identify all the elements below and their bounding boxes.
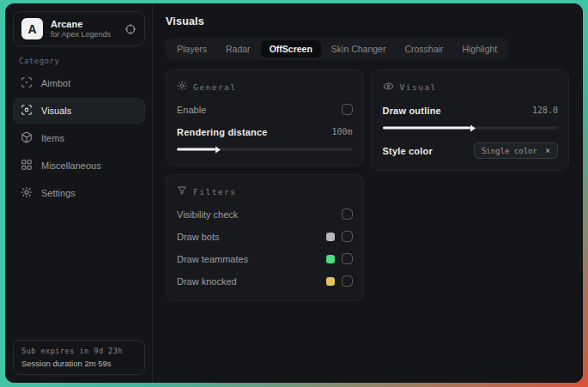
panels-grid: General Enable Rendering distance 100m [166, 70, 569, 301]
slider-fill [383, 127, 470, 130]
layout-grid-icon [21, 159, 33, 172]
draw-teammates-label: Draw teammates [177, 254, 248, 264]
eye-scan-icon [21, 104, 33, 118]
draw-bots-label: Draw bots [177, 232, 220, 242]
rendering-distance-row: Rendering distance 100m [177, 123, 353, 141]
style-color-row: Style color Single color × [383, 142, 559, 160]
slider-fill [177, 148, 215, 151]
sun-gear-icon [177, 81, 187, 93]
sidebar-item-settings[interactable]: Settings [13, 180, 145, 206]
visuals-tab-bar: Players Radar OffScreen Skin Changer Cro… [166, 38, 508, 60]
draw-outline-slider[interactable] [383, 123, 559, 133]
tab-offscreen[interactable]: OffScreen [261, 40, 321, 57]
package-icon [21, 131, 33, 145]
draw-knocked-label: Draw knocked [177, 276, 237, 287]
draw-knocked-checkbox[interactable] [342, 275, 353, 287]
desktop-background: A Arcane for Apex Legends Category [0, 0, 588, 387]
draw-teammates-controls [326, 253, 353, 264]
rendering-distance-label: Rendering distance [177, 127, 268, 137]
draw-outline-value: 128.0 [532, 106, 558, 115]
tab-players[interactable]: Players [168, 40, 215, 57]
general-panel: General Enable Rendering distance 100m [166, 70, 364, 166]
session-duration-text: Session duration 2m 59s [21, 359, 136, 368]
sidebar-item-label: Visuals [41, 106, 71, 116]
app-window: A Arcane for Apex Legends Category [5, 3, 583, 383]
draw-bots-row: Draw bots [177, 227, 353, 245]
category-label: Category [19, 57, 139, 65]
style-color-value: Single color [482, 147, 537, 155]
filters-panel: Filters Visibility check Draw bots [166, 174, 364, 301]
draw-knocked-color-swatch[interactable] [326, 277, 335, 286]
right-column: Visual Draw outline 128.0 Style color [372, 70, 570, 171]
draw-bots-controls [326, 231, 353, 242]
sidebar: A Arcane for Apex Legends Category [6, 4, 153, 382]
page-title: Visuals [166, 15, 569, 27]
draw-teammates-color-swatch[interactable] [326, 255, 335, 263]
crosshair-icon[interactable] [124, 23, 136, 35]
visibility-check-checkbox[interactable] [342, 209, 353, 220]
draw-bots-checkbox[interactable] [342, 231, 353, 242]
visibility-check-label: Visibility check [177, 209, 238, 220]
draw-knocked-row: Draw knocked [177, 272, 353, 290]
sidebar-item-aimbot[interactable]: Aimbot [13, 70, 145, 96]
funnel-icon [177, 185, 187, 197]
draw-outline-label: Draw outline [383, 106, 441, 116]
app-subtitle: for Apex Legends [51, 30, 111, 39]
tab-radar[interactable]: Radar [217, 40, 259, 57]
sidebar-item-label: Miscellaneous [41, 160, 101, 171]
enable-row: Enable [177, 100, 353, 118]
sub-expires-text: Sub expires in 9d 23h [21, 347, 136, 355]
draw-outline-row: Draw outline 128.0 [383, 101, 559, 119]
tab-highlight[interactable]: Highlight [453, 40, 506, 57]
app-logo-card: A Arcane for Apex Legends [13, 11, 145, 46]
visual-panel: Visual Draw outline 128.0 Style color [372, 70, 570, 171]
tab-crosshair[interactable]: Crosshair [396, 40, 452, 57]
app-identity: Arcane for Apex Legends [51, 19, 111, 39]
filters-panel-header: Filters [177, 184, 353, 197]
general-panel-title: General [193, 82, 237, 92]
sidebar-item-label: Settings [41, 188, 76, 198]
app-logo: A [21, 18, 43, 39]
draw-teammates-row: Draw teammates [177, 250, 353, 268]
sidebar-item-miscellaneous[interactable]: Miscellaneous [13, 153, 145, 178]
gear-icon [21, 186, 33, 200]
subscription-info-card: Sub expires in 9d 23h Session duration 2… [13, 340, 145, 375]
draw-teammates-checkbox[interactable] [342, 253, 353, 264]
eye-icon [383, 81, 394, 94]
style-color-label: Style color [383, 146, 433, 156]
sidebar-item-visuals[interactable]: Visuals [13, 98, 145, 124]
draw-bots-color-swatch[interactable] [326, 233, 335, 241]
visual-panel-header: Visual [383, 79, 559, 94]
sidebar-item-label: Items [41, 133, 64, 143]
left-column: General Enable Rendering distance 100m [166, 70, 364, 301]
tab-skin-changer[interactable]: Skin Changer [323, 40, 395, 57]
main-content: Visuals Players Radar OffScreen Skin Cha… [153, 4, 582, 382]
crosshair-scan-icon [21, 76, 33, 90]
rendering-distance-slider[interactable] [177, 144, 353, 154]
app-name: Arcane [51, 19, 111, 29]
enable-label: Enable [177, 105, 206, 115]
sidebar-item-label: Aimbot [41, 78, 70, 88]
draw-knocked-controls [326, 275, 353, 287]
sidebar-item-items[interactable]: Items [13, 125, 145, 151]
general-panel-header: General [177, 79, 353, 93]
visual-panel-title: Visual [400, 82, 437, 92]
rendering-distance-value: 100m [331, 127, 352, 136]
visibility-check-row: Visibility check [177, 205, 353, 223]
enable-checkbox[interactable] [342, 104, 353, 115]
filters-panel-title: Filters [193, 187, 237, 197]
clear-icon[interactable]: × [545, 146, 550, 155]
style-color-select[interactable]: Single color × [474, 142, 558, 159]
